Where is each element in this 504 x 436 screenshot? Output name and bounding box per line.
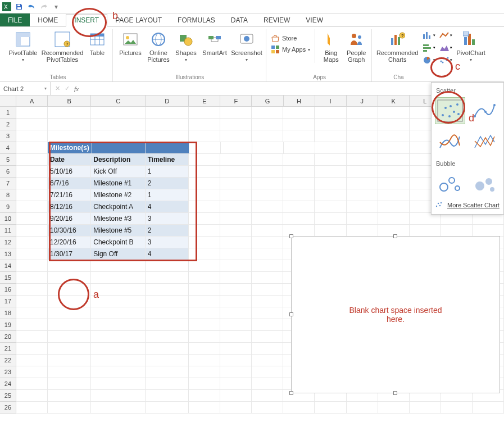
cell[interactable] bbox=[441, 402, 473, 414]
cell[interactable] bbox=[347, 225, 378, 237]
cell[interactable] bbox=[315, 189, 346, 201]
cell[interactable] bbox=[220, 284, 252, 296]
cell[interactable] bbox=[252, 284, 283, 296]
cell[interactable]: 9/20/16 bbox=[48, 213, 91, 225]
cell[interactable] bbox=[48, 119, 91, 130]
cell[interactable] bbox=[48, 307, 91, 319]
cell[interactable] bbox=[16, 166, 48, 178]
cell[interactable] bbox=[48, 331, 91, 343]
my-apps-button[interactable]: My Apps ▾ bbox=[271, 45, 310, 54]
cell[interactable] bbox=[252, 402, 283, 414]
fx-icon[interactable]: fx bbox=[74, 85, 79, 92]
bar-chart-icon[interactable]: ▾ bbox=[420, 42, 437, 54]
cell[interactable] bbox=[146, 343, 189, 355]
cell[interactable] bbox=[146, 402, 189, 414]
cell[interactable] bbox=[347, 119, 378, 130]
cell[interactable] bbox=[220, 402, 252, 414]
tab-review[interactable]: REVIEW bbox=[256, 13, 298, 26]
cell[interactable] bbox=[48, 130, 91, 142]
blank-chart[interactable]: Blank chart space inserted here. bbox=[291, 236, 500, 393]
cell[interactable] bbox=[378, 166, 410, 178]
cell[interactable] bbox=[252, 225, 283, 237]
cell[interactable] bbox=[189, 402, 220, 414]
cell[interactable] bbox=[91, 284, 145, 296]
column-header[interactable]: D bbox=[146, 96, 189, 107]
cell[interactable] bbox=[315, 178, 346, 189]
pivotchart-button[interactable]: PivotChart ▾ bbox=[456, 29, 485, 62]
cell[interactable] bbox=[220, 213, 252, 225]
cell[interactable] bbox=[189, 331, 220, 343]
cell[interactable] bbox=[16, 142, 48, 154]
cell[interactable] bbox=[189, 154, 220, 166]
cell[interactable] bbox=[252, 296, 283, 307]
cell[interactable] bbox=[315, 119, 346, 130]
cell[interactable] bbox=[16, 154, 48, 166]
cell[interactable] bbox=[146, 107, 189, 119]
column-header[interactable]: C bbox=[91, 96, 146, 107]
row-header[interactable]: 26 bbox=[0, 402, 16, 414]
cell[interactable] bbox=[16, 331, 48, 343]
tab-home[interactable]: HOME bbox=[30, 13, 66, 26]
cell[interactable] bbox=[220, 154, 252, 166]
cell[interactable] bbox=[189, 213, 220, 225]
cell[interactable] bbox=[378, 213, 410, 225]
cell[interactable]: Milestone(s) bbox=[48, 142, 92, 154]
row-header[interactable]: 7 bbox=[0, 178, 16, 189]
cell[interactable] bbox=[252, 343, 283, 355]
cell[interactable] bbox=[146, 260, 189, 272]
scatter-option-smooth-markers[interactable] bbox=[470, 97, 500, 124]
cell[interactable] bbox=[378, 201, 410, 213]
cell[interactable] bbox=[146, 130, 189, 142]
tab-file[interactable]: FILE bbox=[0, 13, 30, 26]
cell[interactable] bbox=[473, 213, 504, 225]
row-header[interactable]: 9 bbox=[0, 201, 16, 213]
row-header[interactable]: 17 bbox=[0, 296, 16, 307]
cell[interactable] bbox=[146, 296, 189, 307]
cell[interactable] bbox=[252, 107, 283, 119]
cell[interactable] bbox=[283, 119, 315, 130]
cell[interactable] bbox=[220, 296, 252, 307]
cell[interactable] bbox=[91, 107, 145, 119]
scatter-chart-icon[interactable]: ▾ bbox=[437, 54, 454, 66]
cell[interactable] bbox=[146, 390, 189, 402]
cell[interactable] bbox=[315, 213, 346, 225]
cell[interactable] bbox=[378, 130, 410, 142]
cell[interactable] bbox=[16, 107, 48, 119]
cell[interactable] bbox=[283, 402, 315, 414]
online-pictures-button[interactable]: Online Pictures bbox=[146, 29, 171, 63]
row-header[interactable]: 20 bbox=[0, 331, 16, 343]
column-header[interactable]: G bbox=[252, 96, 283, 107]
cell[interactable] bbox=[189, 355, 220, 366]
cell[interactable]: Milestone #2 bbox=[91, 189, 145, 201]
bubble-option-2d[interactable] bbox=[435, 170, 465, 197]
cell[interactable] bbox=[146, 142, 189, 154]
cell[interactable]: 6/7/16 bbox=[48, 178, 91, 189]
cell[interactable] bbox=[220, 343, 252, 355]
cell[interactable] bbox=[16, 130, 48, 142]
cell[interactable] bbox=[91, 307, 145, 319]
cell[interactable] bbox=[252, 154, 283, 166]
cell[interactable] bbox=[189, 248, 220, 260]
cell[interactable] bbox=[378, 402, 410, 414]
cell[interactable] bbox=[220, 201, 252, 213]
cell[interactable] bbox=[48, 272, 91, 284]
column-header[interactable]: B bbox=[48, 96, 91, 107]
row-header[interactable]: 23 bbox=[0, 366, 16, 378]
cell[interactable] bbox=[220, 378, 252, 390]
cell[interactable] bbox=[252, 366, 283, 378]
shapes-button[interactable]: Shapes ▾ bbox=[174, 29, 198, 62]
tab-formulas[interactable]: FORMULAS bbox=[170, 13, 223, 26]
cell[interactable] bbox=[220, 189, 252, 201]
cell[interactable] bbox=[146, 331, 189, 343]
cell[interactable]: Milestone #3 bbox=[91, 213, 145, 225]
row-header[interactable]: 4 bbox=[0, 142, 16, 154]
cell[interactable] bbox=[146, 366, 189, 378]
cell[interactable] bbox=[146, 272, 189, 284]
cell[interactable]: Date bbox=[48, 154, 91, 166]
cell[interactable] bbox=[410, 402, 441, 414]
cell[interactable] bbox=[92, 142, 146, 154]
cell[interactable]: 5/10/16 bbox=[48, 166, 91, 178]
cell[interactable] bbox=[347, 166, 378, 178]
cell[interactable] bbox=[252, 248, 283, 260]
cell[interactable] bbox=[91, 402, 145, 414]
